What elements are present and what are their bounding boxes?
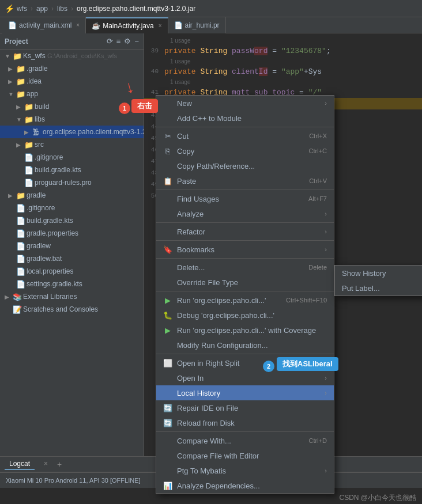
app-icon: ⚡ xyxy=(5,4,14,13)
sidebar-icons: ⟳ ≡ ⚙ − xyxy=(107,37,139,46)
title-libs: libs xyxy=(57,5,67,13)
tab-label-main-activity: MainActivity.java xyxy=(103,22,153,30)
tree-item-app[interactable]: ▼ 📁 app xyxy=(0,88,144,100)
tree-item-idea[interactable]: ▶ 📁 .idea xyxy=(0,75,144,88)
usage-40: 1 usage xyxy=(144,56,422,66)
tree-item-src[interactable]: ▶ 📁 src xyxy=(0,138,144,151)
tree-item-gradle-root[interactable]: ▶ 📁 gradle xyxy=(0,189,144,202)
menu-item-ptg[interactable]: Ptg To Mybatis › xyxy=(156,463,334,478)
tree-item-buildgradle[interactable]: 📄 build.gradle.kts xyxy=(0,164,144,176)
menu-item-paste[interactable]: 📋 Paste Ctrl+V xyxy=(156,173,334,188)
title-bar: ⚡ wfs › app › libs › org.eclipse.paho.cl… xyxy=(0,0,422,17)
tree-item-ks-wfs[interactable]: ▼ 📁 Ks_wfs G:\Android_code\Ks_wfs xyxy=(0,50,144,62)
menu-item-find-usages[interactable]: Find Usages Alt+F7 xyxy=(156,191,334,206)
analyze-arrow: › xyxy=(325,210,327,217)
menu-item-compare-editor[interactable]: Compare File with Editor xyxy=(156,448,334,463)
tree-item-buildgradle-root[interactable]: 📄 build.gradle.kts xyxy=(0,214,144,227)
menu-item-local-history[interactable]: Local History › xyxy=(156,385,334,400)
title-jar: org.eclipse.paho.client.mqttv3-1.2.0.jar xyxy=(77,5,195,13)
tree-item-external-libs[interactable]: ▶ 📚 External Libraries xyxy=(0,290,144,303)
title-app: app xyxy=(36,5,48,13)
menu-sep-4 xyxy=(156,240,334,241)
ptg-arrow: › xyxy=(325,467,327,474)
sidebar: Project ⟳ ≡ ⚙ − ▼ 📁 Ks_wfs G:\Android_co… xyxy=(0,33,144,472)
annotation-tooltip-1: 右击 xyxy=(131,99,158,113)
tab-bar: 📄 activity_main.xml × ☕ MainActivity.jav… xyxy=(0,17,422,33)
menu-item-reload[interactable]: 🔄 Reload from Disk xyxy=(156,415,334,430)
menu-sep-6 xyxy=(156,291,334,291)
tree-item-gitignore-root[interactable]: 📄 .gitignore xyxy=(0,202,144,214)
menu-item-add-cpp[interactable]: Add C++ to Module xyxy=(156,111,334,126)
tree-item-proguard[interactable]: 📄 proguard-rules.pro xyxy=(0,176,144,189)
menu-item-repair[interactable]: 🔄 Repair IDE on File xyxy=(156,400,334,415)
sidebar-header: Project ⟳ ≡ ⚙ − xyxy=(0,33,144,50)
new-arrow: › xyxy=(325,100,327,107)
menu-sep-3 xyxy=(156,222,334,223)
close-sidebar-icon[interactable]: − xyxy=(134,37,139,46)
menu-item-debug[interactable]: 🐛 Debug 'org.eclipse.paho.cli...' xyxy=(156,308,334,323)
submenu: Show History Put Label... xyxy=(334,265,422,296)
menu-item-override[interactable]: Override File Type xyxy=(156,275,334,290)
menu-item-new[interactable]: New › xyxy=(156,96,334,111)
tree-item-jar[interactable]: ▶ 🗜 org.eclipse.paho.client.mqttv3-1.2.0… xyxy=(0,126,144,138)
menu-item-delete[interactable]: Delete... Delete xyxy=(156,260,334,275)
open-in-arrow: › xyxy=(325,374,327,381)
watermark: CSDN @小白今天也很酷 xyxy=(339,493,416,503)
settings-icon[interactable]: ⚙ xyxy=(124,37,131,46)
debug-icon: 🐛 xyxy=(163,311,172,320)
bookmarks-arrow: › xyxy=(325,246,327,253)
menu-item-copy[interactable]: ⎘ Copy Ctrl+C xyxy=(156,143,334,158)
cut-icon: ✂ xyxy=(163,132,172,141)
tab-main-activity[interactable]: ☕ MainActivity.java × xyxy=(86,17,168,33)
run-cov-icon: ▶ xyxy=(163,326,172,335)
code-line-39: 39 private String passWord = "12345678"; xyxy=(144,45,422,56)
annotation-badge-2: 2 xyxy=(263,361,274,372)
menu-item-cut[interactable]: ✂ Cut Ctrl+X xyxy=(156,128,334,143)
menu-item-bookmarks[interactable]: 🔖 Bookmarks › xyxy=(156,242,334,257)
add-tab-button[interactable]: + xyxy=(57,460,62,469)
tab-close-main-activity[interactable]: × xyxy=(159,22,162,29)
tab-icon-java: ☕ xyxy=(92,22,100,30)
tree-item-scratches[interactable]: 📝 Scratches and Consoles xyxy=(0,303,144,316)
menu-item-copy-path[interactable]: Copy Path/Reference... xyxy=(156,158,334,173)
tab-icon-xml: 📄 xyxy=(8,21,17,29)
tab-air-humi[interactable]: 📄 air_humi.pr xyxy=(168,17,226,33)
reload-icon: 🔄 xyxy=(163,419,172,427)
gear-icon[interactable]: ≡ xyxy=(116,37,121,46)
device-status: Xiaomi Mi 10 Pro Android 11, API 30 [OFF… xyxy=(6,477,141,484)
menu-item-run-cov[interactable]: ▶ Run 'org.eclipse.paho.cli...' with Cov… xyxy=(156,323,334,338)
local-history-arrow: › xyxy=(325,389,327,396)
menu-item-refactor[interactable]: Refactor › xyxy=(156,224,334,239)
tree-item-gradle[interactable]: ▶ 📁 .gradle xyxy=(0,62,144,75)
logcat-tab[interactable]: Logcat xyxy=(5,458,35,470)
tab-close-activity-main[interactable]: × xyxy=(76,22,80,28)
title-wfs: wfs xyxy=(17,5,27,13)
tree-item-libs[interactable]: ▼ 📁 libs xyxy=(0,113,144,126)
submenu-put-label[interactable]: Put Label... xyxy=(335,281,422,295)
tree-item-settings-gradle[interactable]: 📄 settings.gradle.kts xyxy=(0,278,144,290)
sidebar-title: Project xyxy=(5,37,28,46)
sync-icon[interactable]: ⟳ xyxy=(107,37,113,46)
tab-activity-main[interactable]: 📄 activity_main.xml × xyxy=(2,17,86,33)
tree-item-gradlew[interactable]: 📄 gradlew xyxy=(0,240,144,252)
menu-item-open-in[interactable]: Open In › xyxy=(156,370,334,385)
menu-item-modify-run[interactable]: Modify Run Configuration... xyxy=(156,338,334,353)
code-line-40: 40 private String clientId = "app"+Sys xyxy=(144,66,422,77)
menu-sep-1 xyxy=(156,127,334,127)
tree-item-gradlew-bat[interactable]: 📄 gradlew.bat xyxy=(0,252,144,265)
menu-sep-7 xyxy=(156,354,334,354)
run-icon: ▶ xyxy=(163,296,172,305)
analyze-dep-icon: 📊 xyxy=(163,482,172,490)
menu-item-run[interactable]: ▶ Run 'org.eclipse.paho.cli...' Ctrl+Shi… xyxy=(156,293,334,308)
menu-item-analyze-dep[interactable]: 📊 Analyze Dependencies... xyxy=(156,478,334,493)
menu-item-compare-with[interactable]: Compare With... Ctrl+D xyxy=(156,433,334,448)
tree-item-gradle-properties[interactable]: 📄 gradle.properties xyxy=(0,227,144,240)
annotation-tooltip-2: 找到ASLiberal xyxy=(277,357,338,371)
bottom-close[interactable]: × xyxy=(39,458,52,470)
tree-item-gitignore-app[interactable]: 📄 .gitignore xyxy=(0,151,144,164)
menu-sep-2 xyxy=(156,190,334,190)
tree-item-local-prop[interactable]: 📄 local.properties xyxy=(0,265,144,278)
menu-item-analyze[interactable]: Analyze › xyxy=(156,206,334,221)
annotation-badge-1: 1 xyxy=(119,103,130,114)
submenu-show-history[interactable]: Show History xyxy=(335,266,422,281)
